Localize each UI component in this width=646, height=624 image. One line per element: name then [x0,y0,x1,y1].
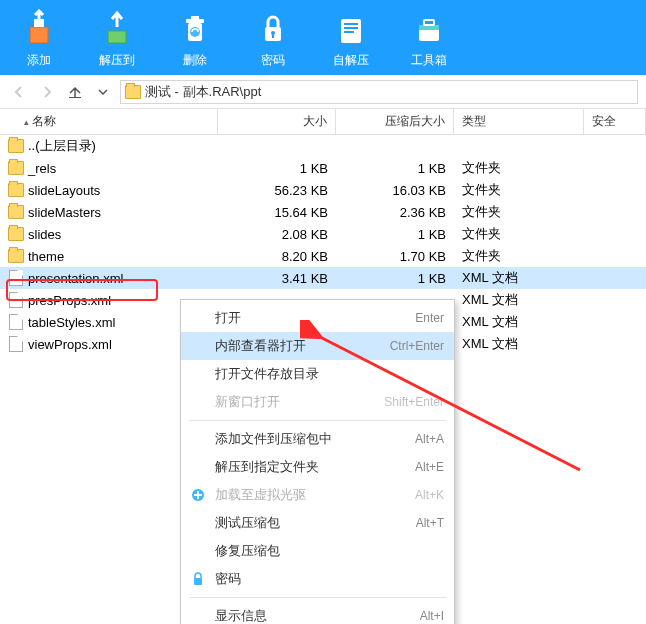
file-type: XML 文档 [454,313,584,331]
menu-item[interactable]: 修复压缩包 [181,537,454,565]
file-icon [9,336,23,352]
extract-icon [95,6,139,50]
menu-item-label: 密码 [215,570,241,588]
file-icon [9,314,23,330]
header-safe[interactable]: 安全 [584,109,646,134]
file-row[interactable]: theme8.20 KB1.70 KB文件夹 [0,245,646,267]
file-compressed-size: 2.36 KB [336,205,454,220]
svg-rect-13 [344,31,354,33]
file-name: slideMasters [28,205,101,220]
menu-item-label: 打开文件存放目录 [215,365,319,383]
menu-item[interactable]: 内部查看器打开Ctrl+Enter [181,332,454,360]
file-name: tableStyles.xml [28,315,115,330]
file-type: 文件夹 [454,159,584,177]
svg-rect-9 [272,34,274,38]
svg-rect-19 [194,578,202,585]
file-size: 15.64 KB [218,205,336,220]
menu-item[interactable]: 测试压缩包Alt+T [181,509,454,537]
menu-item[interactable]: 密码 [181,565,454,593]
file-row[interactable]: slideLayouts56.23 KB16.03 KB文件夹 [0,179,646,201]
file-name: viewProps.xml [28,337,112,352]
file-name: presentation.xml [28,271,123,286]
file-compressed-size: 1 KB [336,227,454,242]
file-row[interactable]: _rels1 KB1 KB文件夹 [0,157,646,179]
header-size[interactable]: 大小 [218,109,336,134]
file-row[interactable]: slides2.08 KB1 KB文件夹 [0,223,646,245]
file-compressed-size: 1 KB [336,271,454,286]
file-compressed-size: 1.70 KB [336,249,454,264]
file-compressed-size: 16.03 KB [336,183,454,198]
nav-up[interactable] [64,81,86,103]
menu-item-shortcut: Alt+A [415,432,444,446]
file-size: 56.23 KB [218,183,336,198]
menu-item[interactable]: 添加文件到压缩包中Alt+A [181,425,454,453]
folder-icon [8,249,24,263]
svg-rect-12 [344,27,358,29]
lock-icon [189,570,207,588]
menu-item-shortcut: Enter [415,311,444,325]
header-name[interactable]: ▴名称 [0,109,218,134]
context-menu: 打开Enter内部查看器打开Ctrl+Enter打开文件存放目录新窗口打开Shi… [180,299,455,624]
file-name: ..(上层目录) [28,137,96,155]
toolbox-icon [407,6,451,50]
file-name: theme [28,249,64,264]
header-type[interactable]: 类型 [454,109,584,134]
toolbar-add[interactable]: 添加 [0,6,78,75]
menu-item-shortcut: Shift+Enter [384,395,444,409]
toolbar-delete[interactable]: 删除 [156,6,234,75]
svg-rect-11 [344,23,358,25]
file-row[interactable]: slideMasters15.64 KB2.36 KB文件夹 [0,201,646,223]
sfx-icon [329,6,373,50]
menu-item[interactable]: 解压到指定文件夹Alt+E [181,453,454,481]
file-type: XML 文档 [454,269,584,287]
main-toolbar: 添加 解压到 删除 密码 自解压 工具箱 [0,0,646,75]
file-name: slides [28,227,61,242]
menu-item: 新窗口打开Shift+Enter [181,388,454,416]
menu-item-shortcut: Alt+T [416,516,444,530]
nav-forward[interactable] [36,81,58,103]
plus-icon [189,486,207,504]
toolbar-password[interactable]: 密码 [234,6,312,75]
folder-icon [8,139,24,153]
nav-back[interactable] [8,81,30,103]
file-size: 2.08 KB [218,227,336,242]
delete-icon [173,6,217,50]
svg-rect-0 [30,27,48,43]
menu-item-label: 加载至虚拟光驱 [215,486,306,504]
file-size: 1 KB [218,161,336,176]
menu-item-label: 内部查看器打开 [215,337,306,355]
folder-icon [8,227,24,241]
file-type: 文件夹 [454,247,584,265]
file-type: XML 文档 [454,291,584,309]
file-type: XML 文档 [454,335,584,353]
path-text: 测试 - 副本.RAR\ppt [145,83,261,101]
file-name: slideLayouts [28,183,100,198]
folder-icon [8,161,24,175]
nav-dropdown[interactable] [92,81,114,103]
menu-item[interactable]: 显示信息Alt+I [181,602,454,624]
menu-item-shortcut: Alt+I [420,609,444,623]
file-row[interactable]: ..(上层目录) [0,135,646,157]
toolbar-extract[interactable]: 解压到 [78,6,156,75]
menu-item-label: 新窗口打开 [215,393,280,411]
toolbar-sfx[interactable]: 自解压 [312,6,390,75]
svg-rect-2 [108,31,126,43]
menu-separator [189,420,446,421]
menu-item-shortcut: Ctrl+Enter [390,339,444,353]
toolbar-toolbox[interactable]: 工具箱 [390,6,468,75]
svg-rect-5 [191,16,199,19]
file-type: 文件夹 [454,225,584,243]
menu-item-label: 测试压缩包 [215,514,280,532]
file-row[interactable]: presentation.xml3.41 KB1 KBXML 文档 [0,267,646,289]
header-compressed-size[interactable]: 压缩后大小 [336,109,454,134]
menu-item[interactable]: 打开Enter [181,304,454,332]
file-type: 文件夹 [454,203,584,221]
path-input[interactable]: 测试 - 副本.RAR\ppt [120,80,638,104]
add-icon [17,6,61,50]
file-icon [9,270,23,286]
file-size: 8.20 KB [218,249,336,264]
folder-icon [8,183,24,197]
svg-rect-17 [69,97,81,98]
column-headers: ▴名称 大小 压缩后大小 类型 安全 [0,109,646,135]
menu-item[interactable]: 打开文件存放目录 [181,360,454,388]
